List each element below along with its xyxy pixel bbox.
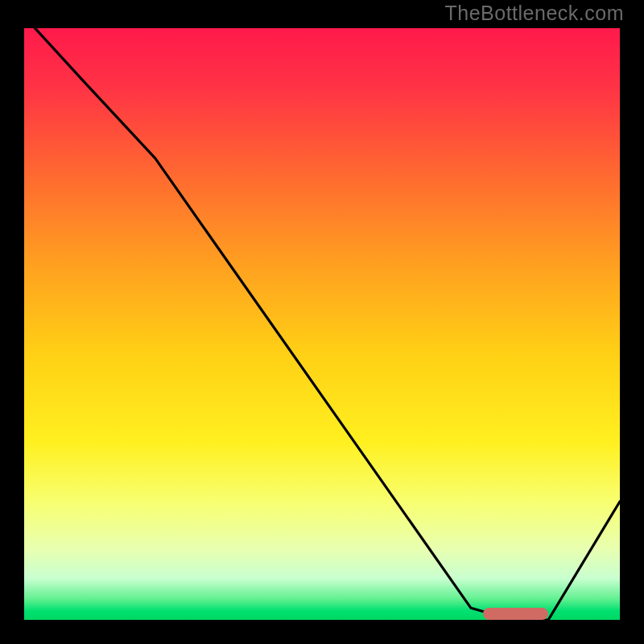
watermark-text: TheBottleneck.com	[445, 2, 625, 25]
optimum-marker	[483, 608, 548, 620]
chart-frame: TheBottleneck.com	[0, 0, 644, 644]
chart-svg	[24, 28, 620, 620]
heat-gradient-bg	[24, 28, 620, 620]
plot-area	[24, 28, 620, 620]
